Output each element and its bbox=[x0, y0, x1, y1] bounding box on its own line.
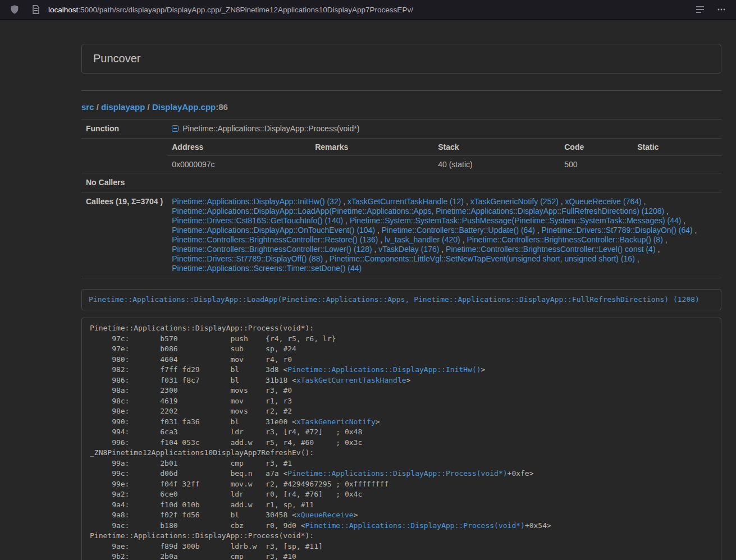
highlighted-symbol-link[interactable]: Pinetime::Applications::DisplayApp::Load… bbox=[89, 295, 700, 304]
reader-view-icon[interactable] bbox=[692, 2, 708, 17]
callee-link[interactable]: Pinetime::Controllers::BrightnessControl… bbox=[172, 245, 372, 254]
code-line: 9a4: f10d 010b add.w r1, sp, #11 bbox=[90, 500, 721, 511]
breadcrumb-separator: / bbox=[94, 102, 102, 112]
code-symbol-link[interactable]: Pinetime::Applications::DisplayApp::Proc… bbox=[305, 521, 525, 530]
stack-value: 40 (static) bbox=[433, 156, 560, 173]
function-icon bbox=[172, 125, 179, 132]
code-symbol-link[interactable]: xQueueReceive bbox=[296, 511, 354, 519]
code-line: 982: f7ff fd29 bl 3d8 <Pinetime::Applica… bbox=[90, 365, 721, 375]
callee-link[interactable]: Pinetime::Applications::Screens::Timer::… bbox=[172, 264, 362, 273]
code-line: 98e: 2202 movs r2, #2 bbox=[90, 406, 721, 417]
callee-link[interactable]: Pinetime::Applications::DisplayApp::Init… bbox=[172, 197, 341, 206]
no-callers-label: No Callers bbox=[81, 173, 167, 192]
breadcrumb-separator: / bbox=[145, 102, 152, 112]
callee-link[interactable]: xTaskGetCurrentTaskHandle (12) bbox=[348, 197, 464, 206]
callee-link[interactable]: xTaskGenericNotify (252) bbox=[470, 197, 559, 206]
column-stack: Stack bbox=[433, 139, 560, 156]
callee-separator: , bbox=[635, 254, 639, 263]
metrics-cell: Address Remarks Stack Code Static 0x0000… bbox=[167, 139, 721, 173]
callee-separator: , bbox=[693, 226, 697, 235]
code-symbol-link[interactable]: Pinetime::Applications::DisplayApp::Proc… bbox=[287, 469, 507, 478]
code-symbol-link[interactable]: Pinetime::Applications::DisplayApp::Init… bbox=[287, 365, 481, 374]
code-line: Pinetime::Applications::DisplayApp::Proc… bbox=[90, 531, 721, 541]
callee-link[interactable]: Pinetime::Components::LittleVgl::SetNewT… bbox=[330, 254, 635, 263]
callee-separator: , bbox=[372, 245, 379, 254]
callee-separator: , bbox=[559, 197, 565, 206]
url-host: localhost bbox=[48, 6, 78, 14]
code-line: 99a: 2b01 cmp r3, #1 bbox=[90, 458, 721, 469]
no-callers-row: No Callers bbox=[81, 173, 721, 192]
callee-separator: , bbox=[460, 235, 467, 244]
callee-link[interactable]: vTaskDelay (176) bbox=[378, 245, 439, 254]
code-line: 99c: d06d beq.n a7a <Pinetime::Applicati… bbox=[90, 469, 721, 479]
page-content: Puncover src / displayapp / DisplayApp.c… bbox=[81, 20, 721, 560]
code-line: 996: f104 053c add.w r5, r4, #60 ; 0x3c bbox=[90, 438, 721, 448]
callee-link[interactable]: Pinetime::Controllers::BrightnessControl… bbox=[467, 235, 662, 244]
code-line: 986: f031 f8c7 bl 31b18 <xTaskGetCurrent… bbox=[90, 375, 721, 386]
callee-link[interactable]: Pinetime::Controllers::BrightnessControl… bbox=[172, 235, 378, 244]
callee-separator: , bbox=[535, 226, 542, 235]
column-code: Code bbox=[560, 139, 633, 156]
callee-separator: , bbox=[664, 206, 669, 215]
page-icon[interactable] bbox=[28, 2, 44, 17]
callees-row: Callees (19, Σ=3704 ) Pinetime::Applicat… bbox=[81, 192, 721, 278]
callee-separator: , bbox=[642, 197, 646, 206]
code-symbol-link[interactable]: xTaskGetCurrentTaskHandle bbox=[296, 376, 406, 384]
callee-link[interactable]: Pinetime::Drivers::St7789::DisplayOff() … bbox=[172, 254, 323, 263]
breadcrumb: src / displayapp / DisplayApp.cpp:86 bbox=[81, 102, 721, 112]
metrics-value-row: 0x0000097c 40 (static) 500 bbox=[167, 156, 721, 173]
url-path: :5000/path/src/displayapp/DisplayApp.cpp… bbox=[78, 6, 413, 14]
callee-separator: , bbox=[378, 235, 385, 244]
disassembly: Pinetime::Applications::DisplayApp::Proc… bbox=[81, 318, 721, 560]
code-line: _ZN8Pinetime12Applications10DisplayApp7R… bbox=[90, 448, 721, 458]
breadcrumb-link[interactable]: displayapp bbox=[101, 102, 145, 112]
metrics-table: Address Remarks Stack Code Static 0x0000… bbox=[167, 139, 721, 173]
highlighted-symbol-box: Pinetime::Applications::DisplayApp::Load… bbox=[81, 289, 721, 310]
divider bbox=[81, 90, 721, 91]
code-line: 9ac: b180 cbz r0, 9d0 <Pinetime::Applica… bbox=[90, 521, 721, 531]
function-table: Function Pinetime::Applications::Display… bbox=[81, 119, 721, 278]
address-value: 0x0000097c bbox=[167, 156, 310, 173]
callees-label: Callees (19, Σ=3704 ) bbox=[81, 192, 167, 278]
code-line: 9a8: f02f fd56 bl 30458 <xQueueReceive> bbox=[90, 510, 721, 521]
callees-cell: Pinetime::Applications::DisplayApp::Init… bbox=[167, 192, 721, 278]
static-value bbox=[633, 156, 721, 173]
callee-separator: , bbox=[343, 216, 350, 225]
callee-link[interactable]: Pinetime::Drivers::St7789::DisplayOn() (… bbox=[542, 226, 693, 235]
callee-separator: , bbox=[656, 245, 660, 254]
column-address: Address bbox=[167, 139, 310, 156]
callee-link[interactable]: Pinetime::System::SystemTask::PushMessag… bbox=[350, 216, 682, 225]
page-title: Puncover bbox=[93, 52, 141, 65]
callee-separator: , bbox=[375, 226, 382, 235]
callee-link[interactable]: Pinetime::Drivers::Cst816S::GetTouchInfo… bbox=[172, 216, 343, 225]
breadcrumb-link[interactable]: DisplayApp.cpp bbox=[152, 102, 216, 112]
callee-link[interactable]: Pinetime::Controllers::Battery::Update()… bbox=[382, 226, 535, 235]
code-line: 9b2: 2b0a cmp r3, #10 bbox=[90, 552, 721, 560]
callee-link[interactable]: lv_task_handler (420) bbox=[385, 235, 460, 244]
callee-separator: , bbox=[439, 245, 446, 254]
code-line: 97c: b570 push {r4, r5, r6, lr} bbox=[90, 334, 721, 345]
callee-link[interactable]: Pinetime::Applications::DisplayApp::Load… bbox=[172, 206, 664, 215]
breadcrumb-line-number: :86 bbox=[216, 102, 228, 112]
code-line: 98a: 2300 movs r3, #0 bbox=[90, 385, 721, 396]
breadcrumb-link[interactable]: src bbox=[81, 102, 94, 112]
callee-link[interactable]: xQueueReceive (764) bbox=[565, 197, 642, 206]
code-line: 994: 6ca3 ldr r3, [r4, #72] ; 0x48 bbox=[90, 427, 721, 438]
code-line: 97e: b086 sub sp, #24 bbox=[90, 344, 721, 355]
app-header: Puncover bbox=[81, 44, 721, 74]
url-bar[interactable]: localhost:5000/path/src/displayapp/Displ… bbox=[48, 6, 692, 14]
callee-separator: , bbox=[663, 235, 668, 244]
metrics-row: Address Remarks Stack Code Static 0x0000… bbox=[81, 139, 721, 173]
more-menu-icon[interactable] bbox=[714, 2, 729, 17]
metrics-label-cell bbox=[81, 139, 167, 173]
callee-link[interactable]: Pinetime::Applications::DisplayApp::OnTo… bbox=[172, 226, 375, 235]
callee-separator: , bbox=[464, 197, 470, 206]
browser-toolbar: localhost:5000/path/src/displayapp/Displ… bbox=[0, 0, 736, 20]
remarks-value bbox=[310, 156, 433, 173]
code-line: 9ae: f89d 300b ldrb.w r3, [sp, #11] bbox=[90, 541, 721, 552]
tracking-protection-shield-icon[interactable] bbox=[7, 2, 22, 17]
callee-link[interactable]: Pinetime::Controllers::BrightnessControl… bbox=[446, 245, 655, 254]
function-row: Function Pinetime::Applications::Display… bbox=[81, 120, 721, 139]
code-line: Pinetime::Applications::DisplayApp::Proc… bbox=[90, 323, 721, 334]
code-symbol-link[interactable]: xTaskGenericNotify bbox=[296, 417, 376, 426]
